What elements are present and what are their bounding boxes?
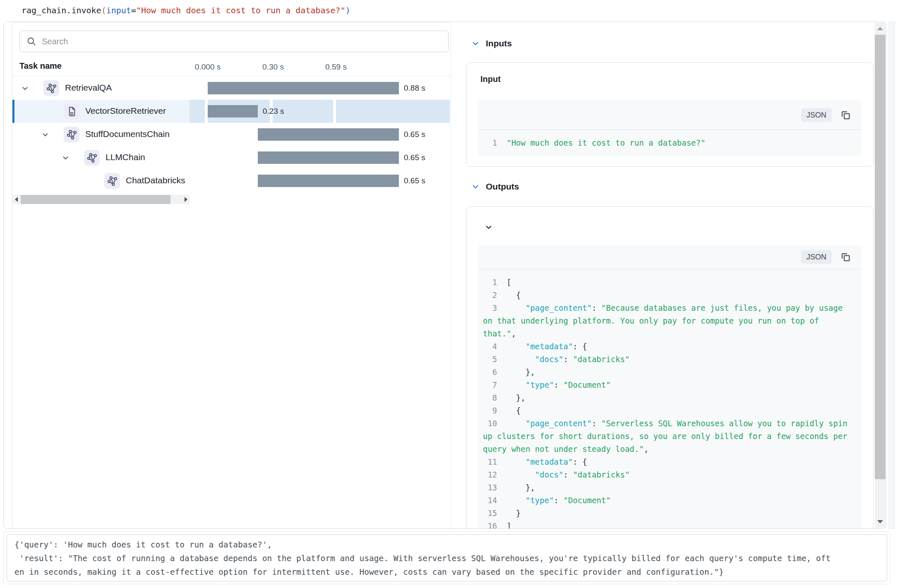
duration-bar bbox=[258, 151, 399, 164]
result-output-box: {'query': 'How much does it cost to run … bbox=[3, 531, 890, 584]
output-json-block: JSON 1 [2 {3 "page_content": "Because da… bbox=[478, 245, 862, 529]
row-name-cell: VectorStoreRetriever bbox=[12, 100, 190, 123]
duration-bar bbox=[208, 105, 258, 118]
page-scroll-gutter bbox=[888, 22, 895, 529]
trace-tree-row[interactable]: RetrievalQA 0.88 s bbox=[12, 77, 451, 100]
span-type-icon bbox=[43, 80, 59, 96]
scroll-right-button[interactable] bbox=[182, 195, 190, 204]
search-input[interactable] bbox=[42, 37, 442, 46]
trace-viewer-page: rag_chain.invoke(input="How much does it… bbox=[0, 0, 900, 588]
timeline-tick-1: 0.30 s bbox=[262, 62, 284, 72]
span-name-label: ChatDatabricks bbox=[126, 175, 185, 185]
json-code-line: 15 } bbox=[483, 507, 857, 520]
json-code-line: 10 "page_content": "Serverless SQL Wareh… bbox=[483, 417, 857, 456]
trace-tree-row[interactable]: VectorStoreRetriever 0.23 s bbox=[12, 100, 451, 123]
outputs-section-toggle[interactable]: Outputs bbox=[472, 182, 519, 192]
copy-icon[interactable] bbox=[840, 252, 851, 263]
inputs-card: Input JSON 1 "How much does it cost to r… bbox=[466, 62, 874, 167]
vertical-scrollbar[interactable] bbox=[875, 22, 886, 528]
collapse-chevron-icon[interactable] bbox=[485, 223, 492, 231]
span-name-label: StuffDocumentsChain bbox=[85, 129, 170, 139]
json-code-line: 7 "type": "Document" bbox=[483, 379, 857, 391]
triangle-up-icon bbox=[877, 27, 883, 30]
trace-tree-row[interactable]: StuffDocumentsChain 0.65 s bbox=[12, 123, 451, 146]
expander-chevron-icon[interactable] bbox=[42, 131, 49, 138]
json-code-line: 12 "docs": "databricks" bbox=[483, 468, 857, 481]
search-box[interactable] bbox=[19, 31, 449, 52]
expander-chevron-icon[interactable] bbox=[62, 154, 69, 161]
horizontal-scroll-track[interactable] bbox=[20, 195, 182, 204]
trace-container: Task name 0.000 s 0.30 s 0.59 s bbox=[3, 22, 886, 529]
graph-nodes-icon bbox=[66, 129, 77, 140]
timeline-tick-2: 0.59 s bbox=[325, 62, 347, 72]
duration-label: 0.88 s bbox=[404, 84, 425, 93]
triangle-down-icon bbox=[877, 520, 883, 523]
duration-label: 0.65 s bbox=[404, 153, 425, 162]
copy-icon[interactable] bbox=[840, 109, 851, 120]
result-output-text: {'query': 'How much does it cost to run … bbox=[7, 534, 887, 581]
output-json-lines: 1 [2 {3 "page_content": "Because databas… bbox=[478, 269, 862, 529]
horizontal-scroll-thumb[interactable] bbox=[21, 195, 170, 204]
json-format-badge[interactable]: JSON bbox=[801, 250, 832, 264]
json-code-line: 13 }, bbox=[483, 481, 857, 494]
json-code-line: 5 "docs": "databricks" bbox=[483, 353, 857, 366]
vertical-scroll-thumb[interactable] bbox=[875, 35, 886, 479]
expander-chevron-icon[interactable] bbox=[22, 85, 29, 92]
duration-label: 0.23 s bbox=[263, 107, 284, 116]
scroll-left-button[interactable] bbox=[12, 195, 20, 204]
json-code-line: 6 }, bbox=[483, 366, 857, 379]
json-code-line: 11 "metadata": { bbox=[483, 456, 857, 468]
span-type-icon bbox=[64, 127, 79, 142]
span-type-icon bbox=[64, 103, 79, 119]
json-code-line: 16 ] bbox=[483, 520, 857, 529]
span-name-label: RetrievalQA bbox=[65, 83, 112, 93]
graph-nodes-icon bbox=[86, 152, 98, 163]
trace-tree-row[interactable]: ChatDatabricks 0.65 s bbox=[12, 169, 451, 192]
span-type-icon bbox=[84, 150, 100, 166]
trace-tree-panel: Task name 0.000 s 0.30 s 0.59 s bbox=[12, 22, 451, 529]
file-text-icon bbox=[66, 106, 77, 117]
duration-label: 0.65 s bbox=[404, 130, 425, 139]
input-json-lines: 1 "How much does it cost to run a databa… bbox=[478, 130, 862, 154]
row-name-cell: ChatDatabricks bbox=[12, 169, 190, 192]
timeline-tick-0: 0.000 s bbox=[195, 62, 221, 72]
inputs-section-toggle[interactable]: Inputs bbox=[472, 38, 512, 48]
horizontal-scrollbar[interactable] bbox=[12, 195, 190, 204]
chevron-down-icon bbox=[472, 40, 479, 47]
scroll-down-button[interactable] bbox=[875, 516, 886, 527]
outputs-section-label: Outputs bbox=[486, 182, 519, 192]
duration-label: 0.65 s bbox=[404, 176, 425, 185]
json-code-line: 4 "metadata": { bbox=[483, 340, 857, 353]
row-name-cell: StuffDocumentsChain bbox=[12, 123, 190, 146]
outputs-card: JSON 1 [2 {3 "page_content": "Because da… bbox=[466, 206, 874, 529]
span-type-icon bbox=[104, 173, 120, 189]
inputs-section-label: Inputs bbox=[486, 38, 512, 48]
search-icon bbox=[26, 36, 37, 47]
task-name-header: Task name bbox=[19, 61, 62, 71]
span-name-label: VectorStoreRetriever bbox=[85, 106, 166, 116]
trace-tree-row[interactable]: LLMChain 0.65 s bbox=[12, 146, 451, 169]
chevron-down-icon bbox=[472, 183, 479, 190]
code-cell: rag_chain.invoke(input="How much does it… bbox=[22, 5, 350, 15]
duration-bar bbox=[208, 82, 399, 94]
graph-nodes-icon bbox=[46, 83, 57, 94]
json-code-line: 9 { bbox=[483, 404, 857, 417]
input-json-block: JSON 1 "How much does it cost to run a d… bbox=[478, 100, 862, 156]
triangle-left-icon bbox=[15, 197, 18, 202]
header-divider bbox=[12, 76, 451, 76]
json-code-line: 1 [ bbox=[483, 276, 857, 289]
row-name-cell: RetrievalQA bbox=[12, 77, 190, 100]
result-line: {'query': 'How much does it cost to run … bbox=[14, 538, 879, 552]
json-code-line: 3 "page_content": "Because databases are… bbox=[483, 302, 857, 340]
json-code-line: 1 "How much does it cost to run a databa… bbox=[483, 137, 857, 149]
json-format-badge[interactable]: JSON bbox=[801, 108, 832, 122]
json-code-line: 2 { bbox=[483, 289, 857, 302]
row-name-cell: LLMChain bbox=[12, 146, 190, 169]
input-field-label: Input bbox=[480, 74, 501, 84]
graph-nodes-icon bbox=[107, 175, 118, 187]
result-line: 'result': "The cost of running a databas… bbox=[14, 552, 879, 565]
result-line: en in seconds, making it a cost-effectiv… bbox=[14, 565, 879, 579]
triangle-right-icon bbox=[185, 197, 187, 202]
scroll-up-button[interactable] bbox=[875, 23, 886, 34]
duration-bar bbox=[258, 128, 399, 141]
